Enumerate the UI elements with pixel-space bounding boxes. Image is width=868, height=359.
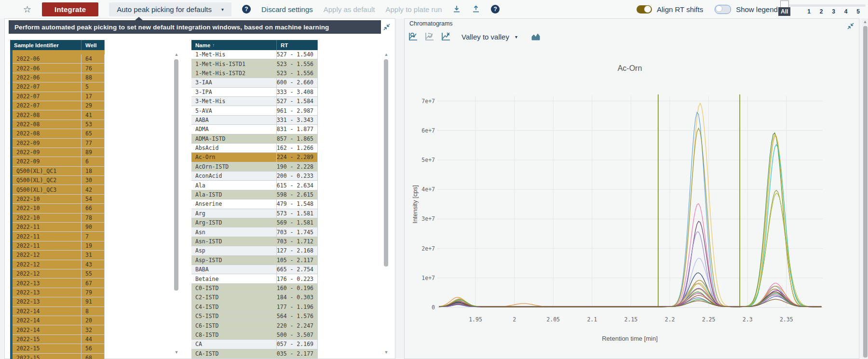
table-row[interactable]: 1-Met-His-ISTD21.523 - 1.556 bbox=[191, 69, 318, 78]
chromatogram-trace[interactable] bbox=[439, 128, 821, 306]
discard-settings-button[interactable]: Discard settings bbox=[261, 5, 313, 13]
table-row[interactable]: 2022-0664 bbox=[10, 54, 105, 64]
align-rt-shifts-toggle[interactable] bbox=[637, 5, 652, 13]
table-row[interactable]: C8-ISTD3.500 - 3.507 bbox=[191, 331, 318, 340]
table-row[interactable]: Asp-ISTD2.105 - 2.117 bbox=[191, 256, 318, 265]
table-row[interactable]: 2022-1119 bbox=[10, 241, 105, 251]
help-icon-2[interactable]: ? bbox=[491, 5, 500, 13]
table-row[interactable]: Anserine1.479 - 1.548 bbox=[191, 199, 318, 209]
legend-level-all-badge[interactable]: All bbox=[778, 7, 790, 16]
table-row[interactable]: Q500(XL)_QC230 bbox=[10, 176, 105, 185]
table-row[interactable]: Betaine0.176 - 0.223 bbox=[191, 274, 318, 283]
table-row[interactable]: C4-ISTD1.177 - 1.196 bbox=[191, 303, 318, 312]
chromatogram-trace[interactable] bbox=[439, 134, 821, 307]
table-row[interactable]: Asn1.703 - 1.745 bbox=[191, 227, 318, 237]
table-row[interactable]: C5-ISTD1.564 - 1.576 bbox=[191, 312, 318, 321]
table-row[interactable]: 2022-1255 bbox=[10, 269, 105, 279]
table-row[interactable]: 2022-1231 bbox=[10, 251, 105, 260]
table-row[interactable]: 1-Met-His1.527 - 1.540 bbox=[191, 50, 318, 59]
table-row-partial[interactable] bbox=[10, 50, 105, 54]
table-row[interactable]: 2022-1379 bbox=[10, 288, 105, 297]
table-row[interactable]: 3-IPA3.333 - 3.408 bbox=[191, 88, 318, 97]
table-row[interactable]: Ac-Orn2.224 - 2.289 bbox=[191, 153, 318, 162]
chromatogram-trace[interactable] bbox=[439, 133, 821, 307]
peak-picking-mode-dropdown[interactable]: Auto peak picking for defaults ▾ bbox=[109, 2, 231, 16]
table-row[interactable]: Ala2.615 - 2.634 bbox=[191, 181, 318, 190]
scroll-up-icon[interactable]: ▲ bbox=[383, 52, 390, 57]
table-row[interactable]: 2022-1391 bbox=[10, 297, 105, 306]
chromatogram-trace[interactable] bbox=[439, 284, 821, 307]
legend-level-1[interactable]: 1 bbox=[805, 8, 813, 15]
table-row[interactable]: AbsAcid1.162 - 1.266 bbox=[191, 144, 318, 153]
table-row[interactable]: 2022-0853 bbox=[10, 120, 105, 129]
chromatogram-chart[interactable]: 1.9522.052.12.152.22.252.32.3501e+72e+73… bbox=[405, 19, 860, 359]
table-row[interactable]: C2-ISTD0.184 - 0.303 bbox=[191, 293, 318, 302]
integrate-button[interactable]: Integrate bbox=[42, 2, 98, 16]
table-row[interactable]: 2022-1544 bbox=[10, 335, 105, 344]
samples-scrollbar-thumb[interactable] bbox=[174, 59, 178, 291]
table-row[interactable]: 2022-1432 bbox=[10, 325, 105, 334]
table-row[interactable]: 2022-1190 bbox=[10, 223, 105, 232]
table-row[interactable]: AcOrn-ISTD2.190 - 2.228 bbox=[191, 162, 318, 172]
table-row[interactable]: 3-IAA2.600 - 2.660 bbox=[191, 78, 318, 87]
table-row[interactable]: 2022-075 bbox=[10, 82, 105, 92]
metabolites-col-rt[interactable]: RT bbox=[277, 40, 318, 50]
metabolites-scrollbar-thumb[interactable] bbox=[384, 59, 388, 266]
table-row[interactable]: ADMA-ISTD1.857 - 1.865 bbox=[191, 134, 318, 144]
samples-col-well[interactable]: Well bbox=[81, 40, 105, 50]
scroll-up-icon[interactable]: ▲ bbox=[862, 19, 868, 24]
scroll-down-icon[interactable]: ▼ bbox=[383, 349, 390, 355]
samples-col-sample-identifier[interactable]: Sample Identifier bbox=[10, 40, 81, 50]
table-row[interactable]: C6-ISTD2.220 - 2.247 bbox=[191, 321, 318, 330]
page-scrollbar[interactable]: ▲ bbox=[862, 18, 868, 359]
legend-level-slider-track[interactable] bbox=[787, 4, 866, 7]
chromatogram-trace[interactable] bbox=[439, 221, 821, 306]
collapse-panel-icon[interactable] bbox=[383, 24, 390, 30]
metabolites-table-scrollbar[interactable]: ▲ ▼ bbox=[383, 52, 390, 355]
table-row[interactable]: AABA3.331 - 3.343 bbox=[191, 116, 318, 125]
table-row[interactable]: 2022-0865 bbox=[10, 129, 105, 138]
table-row[interactable]: 3-Met-His1.527 - 1.584 bbox=[191, 97, 318, 106]
table-row[interactable]: 2022-1367 bbox=[10, 279, 105, 288]
table-row[interactable]: BABA2.665 - 2.754 bbox=[191, 265, 318, 274]
help-icon[interactable]: ? bbox=[242, 5, 251, 13]
table-row[interactable]: 1-Met-His-ISTD11.523 - 1.556 bbox=[191, 59, 318, 68]
download-icon[interactable] bbox=[452, 5, 461, 13]
favorite-star-icon[interactable]: ☆ bbox=[23, 5, 31, 14]
scroll-down-icon[interactable]: ▼ bbox=[173, 349, 180, 355]
apply-to-plate-run-button[interactable]: Apply to plate run bbox=[386, 5, 442, 13]
page-scrollbar-thumb[interactable] bbox=[863, 26, 868, 358]
table-row[interactable]: ADMA1.831 - 1.877 bbox=[191, 125, 318, 134]
table-row[interactable]: 2022-0676 bbox=[10, 64, 105, 73]
table-row[interactable]: Ala-ISTD2.598 - 2.615 bbox=[191, 190, 318, 199]
table-row[interactable]: Q500(XL)_QC342 bbox=[10, 185, 105, 194]
table-row[interactable]: 2022-117 bbox=[10, 232, 105, 241]
table-row[interactable]: 2022-148 bbox=[10, 307, 105, 316]
scroll-up-icon[interactable]: ▲ bbox=[173, 52, 180, 57]
table-row[interactable]: Q500(XL)_QC118 bbox=[10, 167, 105, 176]
table-row[interactable]: 2022-1568 bbox=[10, 354, 105, 359]
table-row[interactable]: Asn-ISTD1.703 - 1.712 bbox=[191, 237, 318, 246]
table-row[interactable]: CA-ISTD2.035 - 2.177 bbox=[191, 349, 318, 359]
table-row[interactable]: 2022-0989 bbox=[10, 148, 105, 157]
chromatogram-trace[interactable] bbox=[439, 293, 821, 307]
table-row[interactable]: Asp2.127 - 2.168 bbox=[191, 246, 318, 255]
table-row[interactable]: 5-AVA2.961 - 2.987 bbox=[191, 106, 318, 115]
table-row[interactable]: 2022-0729 bbox=[10, 101, 105, 110]
table-row[interactable]: CA2.057 - 2.169 bbox=[191, 340, 318, 349]
table-row[interactable]: Arg1.573 - 1.581 bbox=[191, 209, 318, 218]
legend-level-3[interactable]: 3 bbox=[830, 8, 838, 15]
apply-as-default-button[interactable]: Apply as default bbox=[324, 5, 375, 13]
legend-level-4[interactable]: 4 bbox=[842, 8, 850, 15]
table-row[interactable]: 2022-1078 bbox=[10, 213, 105, 223]
table-row[interactable]: 2022-0977 bbox=[10, 139, 105, 148]
table-row[interactable]: 2022-1054 bbox=[10, 195, 105, 204]
table-row[interactable]: 2022-096 bbox=[10, 157, 105, 166]
samples-table-scrollbar[interactable]: ▲ ▼ bbox=[173, 52, 180, 355]
table-row[interactable]: 2022-0688 bbox=[10, 73, 105, 82]
table-row[interactable]: Arg-ISTD1.569 - 1.581 bbox=[191, 218, 318, 227]
legend-level-5[interactable]: 5 bbox=[854, 8, 862, 15]
table-row[interactable]: 2022-1066 bbox=[10, 204, 105, 213]
table-row[interactable]: AconAcid0.200 - 0.233 bbox=[191, 172, 318, 181]
table-row[interactable]: 2022-0717 bbox=[10, 92, 105, 101]
